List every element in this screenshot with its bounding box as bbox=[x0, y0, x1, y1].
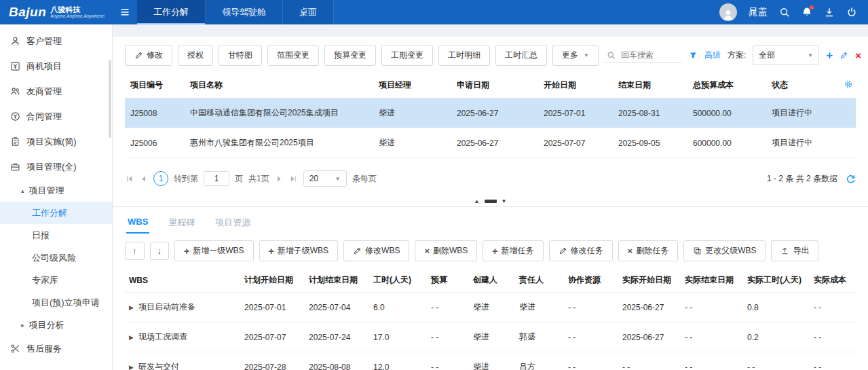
avatar[interactable] bbox=[719, 3, 737, 21]
authorize-button[interactable]: 授权 bbox=[178, 45, 213, 66]
page-number-input[interactable] bbox=[204, 171, 229, 186]
column-header[interactable]: 总预算成本 bbox=[687, 73, 766, 98]
collapse-down-icon[interactable]: ▼ bbox=[502, 199, 507, 204]
column-header[interactable]: 开始日期 bbox=[538, 73, 613, 98]
project-row[interactable]: J25006惠州市八骏集团有限公司2025项目柴进2025-06-272025-… bbox=[125, 128, 856, 158]
column-header[interactable]: 实际结束日期 bbox=[681, 268, 743, 293]
sidebar-item-customers[interactable]: 客户管理 bbox=[0, 29, 112, 54]
expand-caret-icon[interactable]: ▶ bbox=[129, 334, 134, 341]
tab-desktop[interactable]: 桌面 bbox=[283, 0, 334, 24]
expand-caret-icon[interactable]: ▶ bbox=[129, 304, 134, 311]
column-header[interactable]: WBS bbox=[125, 268, 240, 293]
wbs-row[interactable]: ▶研发与交付2025-07-282025-08-0812.0- -柴进吕方- -… bbox=[125, 352, 856, 370]
delete-scheme-icon[interactable]: × bbox=[855, 52, 861, 60]
add-level1-wbs-button[interactable]: +新增一级WBS bbox=[174, 240, 254, 261]
edit-wbs-button[interactable]: 修改WBS bbox=[343, 240, 409, 261]
modify-button[interactable]: 修改 bbox=[125, 45, 172, 66]
column-header[interactable]: 项目经理 bbox=[373, 73, 451, 98]
column-header[interactable]: 创建人 bbox=[469, 268, 515, 293]
column-header[interactable]: 结束日期 bbox=[613, 73, 687, 98]
prev-page-icon[interactable] bbox=[139, 174, 148, 183]
sidebar-item-daily-report[interactable]: 日报 bbox=[0, 224, 112, 246]
expand-caret-icon[interactable]: ▶ bbox=[129, 364, 134, 370]
column-header[interactable]: 责任人 bbox=[515, 268, 564, 293]
more-button[interactable]: 更多 ▼ bbox=[552, 45, 599, 66]
hours-summary-button[interactable]: 工时汇总 bbox=[495, 45, 547, 66]
search-input[interactable] bbox=[620, 50, 679, 60]
add-task-button[interactable]: +新增任务 bbox=[483, 240, 543, 261]
current-page-indicator[interactable]: 1 bbox=[153, 171, 168, 186]
hours-detail-button[interactable]: 工时明细 bbox=[438, 45, 490, 66]
sidebar-group-project-management[interactable]: ▴ 项目管理 bbox=[0, 179, 112, 202]
app-logo[interactable]: Bajun 八骏科技 Anyone,Anytime,Anywhere! bbox=[0, 0, 113, 24]
username[interactable]: 晁盖 bbox=[749, 6, 768, 18]
column-header[interactable]: 项目名称 bbox=[185, 73, 373, 98]
tab-work-breakdown[interactable]: 工作分解 bbox=[137, 0, 206, 24]
filter-funnel-icon[interactable] bbox=[689, 51, 698, 60]
search-icon[interactable] bbox=[779, 7, 790, 18]
sidebar-item-after-sales[interactable]: 售后服务 bbox=[0, 336, 112, 361]
move-up-button[interactable]: ↑ bbox=[125, 242, 145, 260]
sidebar-item-implementation[interactable]: 项目实施(简) bbox=[0, 129, 112, 154]
tab-leader-cockpit[interactable]: 领导驾驶舱 bbox=[206, 0, 283, 24]
sidebar-item-vendors[interactable]: 友商管理 bbox=[0, 79, 112, 104]
add-child-wbs-button[interactable]: +新增子级WBS bbox=[259, 240, 339, 261]
sidebar-group-project-analysis[interactable]: ▸ 项目分析 bbox=[0, 314, 112, 336]
search-box[interactable] bbox=[604, 48, 682, 63]
last-page-icon[interactable] bbox=[289, 174, 298, 183]
column-header[interactable]: 工时(人天) bbox=[369, 268, 427, 293]
export-button[interactable]: 导出 bbox=[771, 240, 818, 261]
wbs-row[interactable]: ▶项目启动前准备2025-07-012025-07-046.0- -柴进柴进- … bbox=[125, 293, 856, 322]
sidebar-item-company-risk[interactable]: 公司级风险 bbox=[0, 246, 112, 269]
project-cell: 项目进行中 bbox=[766, 98, 834, 128]
page-size-select[interactable]: 20 ▼ bbox=[303, 170, 347, 187]
column-header[interactable]: 实际开始日期 bbox=[618, 268, 681, 293]
advanced-search-link[interactable]: 高级 bbox=[704, 50, 721, 61]
scheme-select[interactable]: 全部 ▼ bbox=[753, 45, 819, 65]
change-parent-wbs-button[interactable]: 更改父级WBS bbox=[683, 240, 766, 261]
column-header[interactable]: 实际成本 bbox=[810, 268, 856, 293]
download-icon[interactable] bbox=[824, 7, 835, 18]
duration-change-button[interactable]: 工期变更 bbox=[381, 45, 433, 66]
next-page-icon[interactable] bbox=[275, 174, 284, 183]
collapse-up-icon[interactable]: ▲ bbox=[474, 199, 480, 204]
power-icon[interactable] bbox=[846, 7, 857, 18]
column-header[interactable]: 计划结束日期 bbox=[305, 268, 369, 293]
column-header[interactable]: 实际工时(人天) bbox=[743, 268, 810, 293]
sidebar-item-opportunities[interactable]: 商机项目 bbox=[0, 54, 112, 79]
project-row[interactable]: J25008中国移动通信集团有限公司2025集成项目柴进2025-06-2720… bbox=[125, 98, 856, 128]
edit-scheme-icon[interactable] bbox=[839, 51, 848, 60]
move-down-button[interactable]: ↓ bbox=[150, 242, 170, 260]
sidebar-scrollbar[interactable] bbox=[109, 60, 111, 138]
sidebar-item-project-approval[interactable]: 项目(预)立项申请 bbox=[0, 291, 112, 314]
sidebar-item-expert-library[interactable]: 专家库 bbox=[0, 269, 112, 291]
column-header[interactable]: 协作资源 bbox=[564, 268, 618, 293]
first-page-icon[interactable] bbox=[125, 174, 134, 183]
column-header[interactable]: 计划开始日期 bbox=[240, 268, 305, 293]
scope-change-button[interactable]: 范围变更 bbox=[267, 45, 319, 66]
project-cell: 2025-09-05 bbox=[613, 128, 687, 158]
tab-milestones[interactable]: 里程碑 bbox=[167, 212, 196, 234]
sidebar-item-project-management[interactable]: 项目管理(全) bbox=[0, 154, 112, 179]
sidebar-item-contracts[interactable]: 合同管理 bbox=[0, 104, 112, 129]
tab-wbs[interactable]: WBS bbox=[126, 212, 149, 234]
splitter-drag-handle[interactable] bbox=[485, 200, 497, 203]
column-header[interactable]: 项目编号 bbox=[125, 73, 185, 98]
column-header[interactable]: 申请日期 bbox=[451, 73, 538, 98]
column-settings-gear-icon[interactable] bbox=[834, 73, 856, 98]
column-header[interactable]: 预算 bbox=[427, 268, 469, 293]
bell-icon[interactable] bbox=[801, 7, 812, 18]
add-scheme-icon[interactable]: + bbox=[826, 52, 833, 60]
sidebar-item-work-breakdown[interactable]: 工作分解 bbox=[0, 202, 112, 224]
tab-project-resources[interactable]: 项目资源 bbox=[214, 212, 252, 234]
menu-toggle-icon[interactable] bbox=[113, 0, 137, 24]
budget-change-button[interactable]: 预算变更 bbox=[324, 45, 376, 66]
edit-task-button[interactable]: 修改任务 bbox=[549, 240, 613, 261]
refresh-icon[interactable] bbox=[846, 174, 856, 184]
gantt-button[interactable]: 甘特图 bbox=[219, 45, 262, 66]
column-header[interactable]: 状态 bbox=[766, 73, 834, 98]
wbs-row[interactable]: ▶现场工况调查2025-07-072025-07-2417.0- -柴进郭盛- … bbox=[125, 322, 856, 352]
pencil-icon bbox=[134, 51, 143, 60]
delete-wbs-button[interactable]: ×删除WBS bbox=[415, 240, 477, 261]
delete-task-button[interactable]: ×删除任务 bbox=[618, 240, 679, 261]
